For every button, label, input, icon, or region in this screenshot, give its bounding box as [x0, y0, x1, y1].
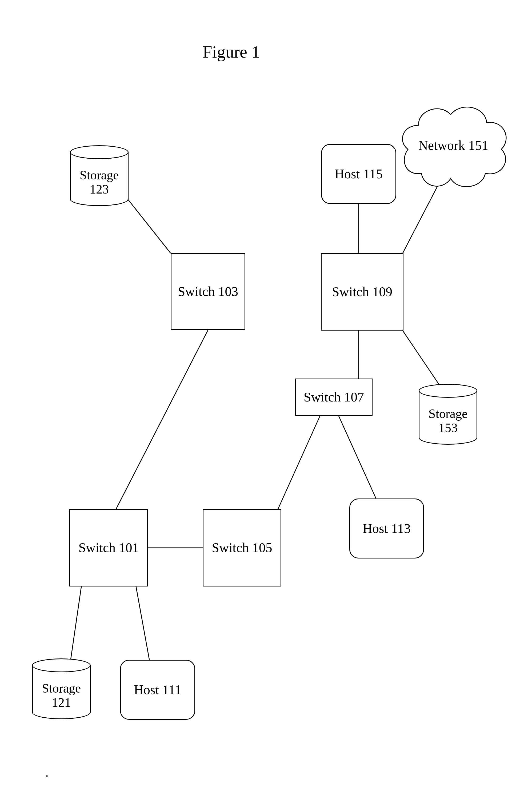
svg-line-0: [123, 193, 171, 253]
figure-title: Figure 1: [203, 42, 260, 62]
svg-line-6: [339, 416, 376, 498]
host-115-label: Host 115: [335, 166, 383, 182]
switch-103-label: Switch 103: [178, 284, 238, 299]
host-113-node: Host 113: [349, 498, 424, 559]
storage-153-node: Storage 153: [419, 384, 477, 445]
network-151-node: Network 151: [395, 96, 512, 194]
svg-line-3: [136, 586, 149, 660]
switch-107-label: Switch 107: [304, 390, 364, 405]
host-113-label: Host 113: [363, 521, 411, 536]
switch-109-node: Switch 109: [321, 253, 403, 331]
switch-101-node: Switch 101: [69, 509, 148, 586]
storage-121-node: Storage 121: [32, 658, 91, 719]
svg-line-10: [403, 331, 441, 388]
host-115-node: Host 115: [321, 144, 396, 204]
switch-103-node: Switch 103: [171, 253, 245, 330]
switch-107-node: Switch 107: [295, 379, 372, 416]
storage-123-label: Storage 123: [70, 161, 129, 203]
storage-153-label: Storage 153: [419, 400, 477, 442]
host-111-node: Host 111: [120, 660, 195, 720]
svg-line-5: [277, 416, 320, 510]
footnote-dot: .: [45, 765, 48, 780]
switch-105-label: Switch 105: [212, 540, 272, 555]
storage-123-node: Storage 123: [70, 145, 129, 206]
host-111-label: Host 111: [134, 682, 181, 698]
svg-line-2: [71, 586, 81, 660]
svg-line-1: [116, 330, 208, 509]
storage-121-label: Storage 121: [32, 675, 91, 716]
switch-105-node: Switch 105: [203, 509, 281, 586]
network-151-label: Network 151: [395, 96, 512, 194]
switch-101-label: Switch 101: [79, 540, 139, 555]
diagram-canvas: Figure 1 Storage 123 Switch 103: [0, 0, 528, 812]
switch-109-label: Switch 109: [332, 284, 392, 300]
